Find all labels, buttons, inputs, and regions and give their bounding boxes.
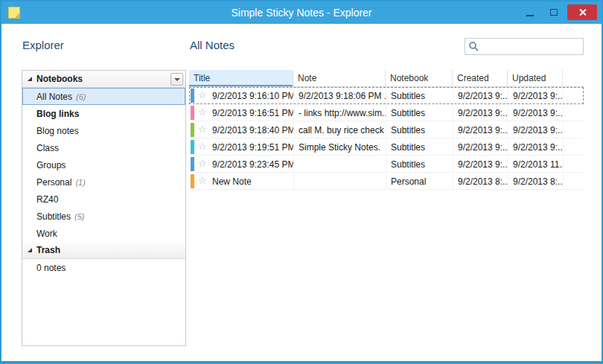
minimize-icon xyxy=(526,15,534,16)
note-notebook: Subtitles xyxy=(386,139,453,155)
item-count: (5) xyxy=(74,212,84,221)
table-row[interactable]: ☆9/2/2013 9:16:51 PM- links http://www.s… xyxy=(189,104,584,121)
expander-icon xyxy=(28,248,32,252)
notes-table-body: ☆9/2/2013 9:16:10 PM9/2/2013 9:18:06 PM … xyxy=(189,87,584,190)
note-created: 9/2/2013 9:... xyxy=(453,122,508,138)
star-icon[interactable]: ☆ xyxy=(198,176,207,185)
search-input[interactable] xyxy=(482,42,580,52)
note-updated: 9/2/2013 9:... xyxy=(508,122,564,138)
item-count: (6) xyxy=(76,92,86,101)
table-row[interactable]: ☆9/2/2013 9:19:51 PMSimple Sticky Notes.… xyxy=(189,138,584,156)
column-header-created[interactable]: Created xyxy=(453,70,508,87)
sidebar-item-label: 0 notes xyxy=(36,263,66,273)
sidebar-item-label: Personal xyxy=(36,177,71,188)
sidebar-item-0-notes[interactable]: 0 notes xyxy=(22,259,185,276)
app-window: Simple Sticky Notes - Explorer Explorer … xyxy=(0,0,603,364)
notebooks-dropdown-button[interactable] xyxy=(170,73,183,86)
note-color-stripe xyxy=(191,89,194,103)
sidebar-item-groups[interactable]: Groups xyxy=(22,156,185,173)
star-icon[interactable]: ☆ xyxy=(198,107,207,117)
note-notebook: Personal xyxy=(386,173,453,189)
note-created: 9/2/2013 9:... xyxy=(453,139,508,155)
note-title: 9/2/2013 9:19:51 PM xyxy=(212,142,293,153)
note-title: 9/2/2013 9:16:10 PM xyxy=(212,91,293,101)
note-created: 9/2/2013 9:... xyxy=(453,156,508,172)
column-header-updated[interactable]: Updated xyxy=(508,70,563,87)
sidebar-item-label: Blog notes xyxy=(36,126,79,136)
sidebar-item-label: Subtitles xyxy=(36,211,71,222)
close-button[interactable] xyxy=(567,4,597,20)
notebooks-section-header[interactable]: Notebooks xyxy=(22,71,185,88)
page-title: All Notes xyxy=(190,39,234,51)
note-title: 9/2/2013 9:18:40 PM xyxy=(212,125,293,135)
column-header-title[interactable]: Title xyxy=(189,70,293,87)
note-title: New Note xyxy=(212,176,252,187)
search-icon xyxy=(468,41,479,52)
note-preview: 9/2/2013 9:18:06 PM ... xyxy=(294,88,386,103)
star-icon[interactable]: ☆ xyxy=(198,90,207,100)
note-notebook: Subtitles xyxy=(386,105,453,121)
sidebar-item-blog-notes[interactable]: Blog notes xyxy=(22,122,185,139)
sidebar-item-label: Groups xyxy=(36,160,66,170)
trash-header-label: Trash xyxy=(36,245,60,255)
note-title-cell: ☆9/2/2013 9:18:40 PM xyxy=(190,122,294,138)
note-preview: Simple Sticky Notes. xyxy=(294,139,386,155)
sidebar-item-label: Class xyxy=(36,143,59,153)
note-title: 9/2/2013 9:23:45 PM xyxy=(212,159,293,170)
note-updated: 9/2/2013 9:... xyxy=(508,105,564,121)
row-filler xyxy=(564,156,583,172)
table-row[interactable]: ☆9/2/2013 9:23:45 PMSubtitles9/2/2013 9:… xyxy=(189,156,584,173)
search-box xyxy=(465,38,584,55)
item-count: (1) xyxy=(75,178,85,187)
maximize-icon xyxy=(550,9,558,16)
explorer-heading: Explorer xyxy=(22,39,64,51)
row-filler xyxy=(564,173,583,189)
table-row[interactable]: ☆New NotePersonal9/2/2013 8:...9/2/2013 … xyxy=(189,173,584,190)
notebook-list: All Notes(6)Blog linksBlog notesClassGro… xyxy=(22,88,185,242)
note-color-stripe xyxy=(191,106,194,120)
sidebar-item-class[interactable]: Class xyxy=(22,139,185,156)
trash-section-header[interactable]: Trash xyxy=(22,242,185,259)
maximize-button[interactable] xyxy=(543,4,564,20)
notes-table: TitleNoteNotebookCreatedUpdated ☆9/2/201… xyxy=(189,70,584,190)
expander-icon xyxy=(28,77,32,81)
star-icon[interactable]: ☆ xyxy=(198,159,207,168)
notes-table-header: TitleNoteNotebookCreatedUpdated xyxy=(189,70,584,87)
column-header-note[interactable]: Note xyxy=(293,70,386,87)
note-title-cell: ☆9/2/2013 9:23:45 PM xyxy=(190,156,294,172)
row-filler xyxy=(564,88,583,103)
note-updated: 9/2/2013 11... xyxy=(508,156,564,172)
note-color-stripe xyxy=(191,123,194,137)
note-created: 9/2/2013 9:... xyxy=(453,105,508,121)
star-icon[interactable]: ☆ xyxy=(198,141,207,151)
star-icon[interactable]: ☆ xyxy=(198,124,207,134)
note-created: 9/2/2013 8:... xyxy=(453,173,508,189)
sidebar-item-work[interactable]: Work xyxy=(22,225,185,242)
title-bar: Simple Sticky Notes - Explorer xyxy=(1,1,602,24)
note-created: 9/2/2013 9:... xyxy=(453,88,508,103)
window-title: Simple Sticky Notes - Explorer xyxy=(1,7,602,19)
window-controls xyxy=(520,4,597,20)
sidebar-item-label: Blog links xyxy=(36,109,79,119)
note-updated: 9/2/2013 8:... xyxy=(508,173,564,189)
window-content: Explorer All Notes Notebooks All Notes(6… xyxy=(1,24,602,361)
minimize-button[interactable] xyxy=(520,4,540,20)
notebooks-header-label: Notebooks xyxy=(36,74,83,84)
sidebar: Notebooks All Notes(6)Blog linksBlog not… xyxy=(22,70,186,346)
sidebar-item-rz40[interactable]: RZ40 xyxy=(22,191,185,208)
sidebar-item-personal[interactable]: Personal(1) xyxy=(22,173,185,191)
row-filler xyxy=(564,105,583,121)
column-header-notebook[interactable]: Notebook xyxy=(386,70,453,87)
table-row[interactable]: ☆9/2/2013 9:16:10 PM9/2/2013 9:18:06 PM … xyxy=(189,87,584,104)
table-row[interactable]: ☆9/2/2013 9:18:40 PMcall M. buy rice che… xyxy=(189,121,584,138)
row-filler xyxy=(564,139,583,155)
close-icon xyxy=(578,8,587,16)
note-color-stripe xyxy=(191,140,194,154)
note-title-cell: ☆New Note xyxy=(190,173,294,189)
sidebar-item-all-notes[interactable]: All Notes(6) xyxy=(22,88,185,105)
sidebar-item-blog-links[interactable]: Blog links xyxy=(22,105,185,122)
sidebar-item-subtitles[interactable]: Subtitles(5) xyxy=(22,208,185,225)
note-updated: 9/2/2013 9:... xyxy=(508,139,564,155)
trash-list: 0 notes xyxy=(22,259,185,276)
note-title-cell: ☆9/2/2013 9:16:51 PM xyxy=(190,105,294,121)
